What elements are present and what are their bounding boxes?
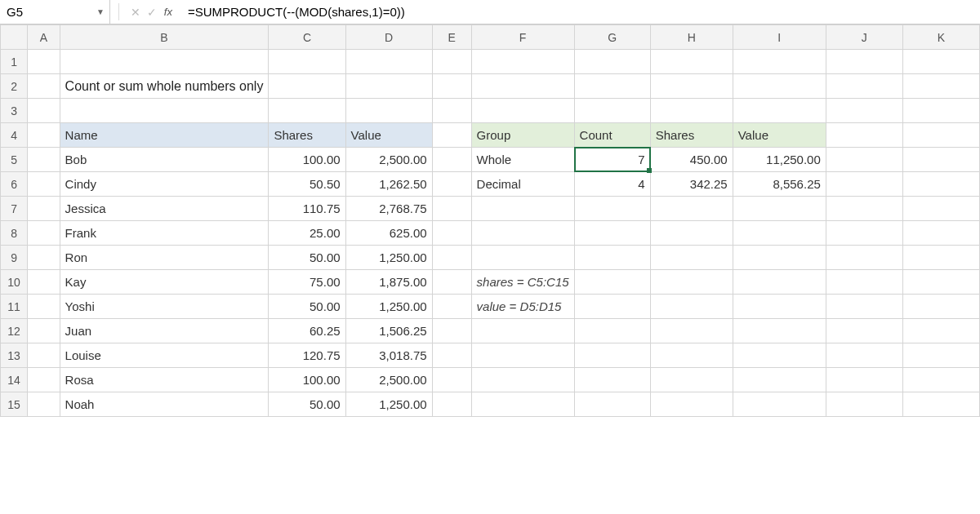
cell-B15[interactable]: Noah	[60, 392, 269, 417]
cell-J2[interactable]	[826, 74, 902, 99]
cell-E1[interactable]	[432, 50, 471, 74]
cell-G8[interactable]	[574, 221, 650, 246]
row-header-6[interactable]: 6	[1, 172, 28, 197]
cell-D12[interactable]: 1,506.25	[345, 319, 432, 343]
row-header-15[interactable]: 15	[1, 392, 28, 417]
cell-H11[interactable]	[650, 295, 733, 319]
col-header-A[interactable]: A	[28, 25, 60, 50]
cell-J8[interactable]	[826, 221, 902, 246]
cell-A8[interactable]	[28, 221, 60, 246]
cell-F7[interactable]	[471, 197, 574, 221]
cell-F6[interactable]: Decimal	[471, 172, 574, 197]
col-header-F[interactable]: F	[471, 25, 574, 50]
cell-G12[interactable]	[574, 319, 650, 343]
row-header-10[interactable]: 10	[1, 270, 28, 295]
cell-E2[interactable]	[432, 74, 471, 99]
cell-I11[interactable]	[733, 295, 826, 319]
cell-C14[interactable]: 100.00	[269, 368, 345, 392]
cell-J3[interactable]	[826, 99, 902, 123]
row-header-7[interactable]: 7	[1, 197, 28, 221]
col-header-E[interactable]: E	[432, 25, 471, 50]
cell-B3[interactable]	[60, 99, 269, 123]
cell-C8[interactable]: 25.00	[269, 221, 345, 246]
cell-K12[interactable]	[902, 319, 979, 343]
cell-I12[interactable]	[733, 319, 826, 343]
cell-E10[interactable]	[432, 270, 471, 295]
row-header-13[interactable]: 13	[1, 343, 28, 368]
cell-F3[interactable]	[471, 99, 574, 123]
cell-H10[interactable]	[650, 270, 733, 295]
cell-H12[interactable]	[650, 319, 733, 343]
cell-G7[interactable]	[574, 197, 650, 221]
cell-I10[interactable]	[733, 270, 826, 295]
row-header-3[interactable]: 3	[1, 99, 28, 123]
cell-F8[interactable]	[471, 221, 574, 246]
cell-D15[interactable]: 1,250.00	[345, 392, 432, 417]
cell-C12[interactable]: 60.25	[269, 319, 345, 343]
col-header-C[interactable]: C	[269, 25, 345, 50]
cell-D4[interactable]: Value	[345, 123, 432, 148]
cell-A2[interactable]	[28, 74, 60, 99]
cell-C5[interactable]: 100.00	[269, 148, 345, 172]
cell-J12[interactable]	[826, 319, 902, 343]
row-header-2[interactable]: 2	[1, 74, 28, 99]
cell-F14[interactable]	[471, 368, 574, 392]
cell-H8[interactable]	[650, 221, 733, 246]
cell-E8[interactable]	[432, 221, 471, 246]
cell-H14[interactable]	[650, 368, 733, 392]
cell-D9[interactable]: 1,250.00	[345, 246, 432, 270]
cell-H5[interactable]: 450.00	[650, 148, 733, 172]
cell-C3[interactable]	[269, 99, 345, 123]
cell-C9[interactable]: 50.00	[269, 246, 345, 270]
cell-D7[interactable]: 2,768.75	[345, 197, 432, 221]
row-header-9[interactable]: 9	[1, 246, 28, 270]
col-header-I[interactable]: I	[733, 25, 826, 50]
cell-J7[interactable]	[826, 197, 902, 221]
cell-E13[interactable]	[432, 343, 471, 368]
row-header-4[interactable]: 4	[1, 123, 28, 148]
cell-B5[interactable]: Bob	[60, 148, 269, 172]
cell-K2[interactable]	[902, 74, 979, 99]
col-header-B[interactable]: B	[60, 25, 269, 50]
cell-G4[interactable]: Count	[574, 123, 650, 148]
cell-E7[interactable]	[432, 197, 471, 221]
cell-G14[interactable]	[574, 368, 650, 392]
cell-F13[interactable]	[471, 343, 574, 368]
cell-G9[interactable]	[574, 246, 650, 270]
cell-B13[interactable]: Louise	[60, 343, 269, 368]
cell-C13[interactable]: 120.75	[269, 343, 345, 368]
cell-A14[interactable]	[28, 368, 60, 392]
cell-H4[interactable]: Shares	[650, 123, 733, 148]
cell-E12[interactable]	[432, 319, 471, 343]
cell-E15[interactable]	[432, 392, 471, 417]
cell-F9[interactable]	[471, 246, 574, 270]
cell-C10[interactable]: 75.00	[269, 270, 345, 295]
cell-C1[interactable]	[269, 50, 345, 74]
select-all-corner[interactable]	[1, 25, 28, 50]
cell-K4[interactable]	[902, 123, 979, 148]
cell-I8[interactable]	[733, 221, 826, 246]
row-header-11[interactable]: 11	[1, 295, 28, 319]
cell-A7[interactable]	[28, 197, 60, 221]
cell-G11[interactable]	[574, 295, 650, 319]
cell-J6[interactable]	[826, 172, 902, 197]
cell-I1[interactable]	[733, 50, 826, 74]
cell-C6[interactable]: 50.50	[269, 172, 345, 197]
cell-K7[interactable]	[902, 197, 979, 221]
cell-A15[interactable]	[28, 392, 60, 417]
cell-C4[interactable]: Shares	[269, 123, 345, 148]
cell-A6[interactable]	[28, 172, 60, 197]
cell-D3[interactable]	[345, 99, 432, 123]
cell-B11[interactable]: Yoshi	[60, 295, 269, 319]
cell-G2[interactable]	[574, 74, 650, 99]
spreadsheet-grid[interactable]: A B C D E F G H I J K 12Count or sum who…	[0, 24, 980, 417]
cell-A11[interactable]	[28, 295, 60, 319]
cell-A5[interactable]	[28, 148, 60, 172]
cell-K11[interactable]	[902, 295, 979, 319]
name-box-dropdown-icon[interactable]: ▼	[96, 7, 109, 16]
cell-D5[interactable]: 2,500.00	[345, 148, 432, 172]
col-header-H[interactable]: H	[650, 25, 733, 50]
cell-G15[interactable]	[574, 392, 650, 417]
col-header-D[interactable]: D	[345, 25, 432, 50]
cell-J9[interactable]	[826, 246, 902, 270]
